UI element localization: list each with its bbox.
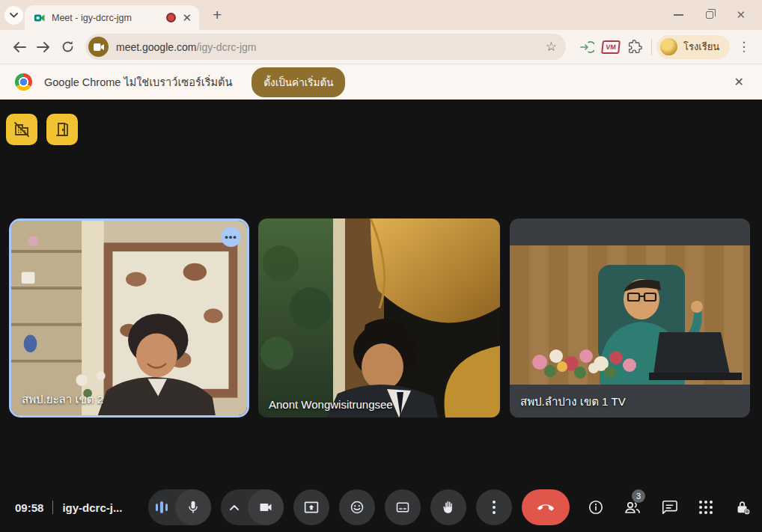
video-tile-2[interactable]: Anont Wongwisitrungsee: [258, 218, 500, 418]
address-bar[interactable]: meet.google.com/igy-dcrc-jgm ☆: [85, 34, 566, 60]
captions-button[interactable]: [385, 489, 421, 525]
tab-close-icon[interactable]: ✕: [182, 12, 192, 23]
vm-extension-icon: VM: [601, 40, 621, 54]
lock-icon: [734, 499, 751, 516]
meeting-room-door-icon: [53, 120, 71, 138]
participant-name-label: Anont Wongwisitrungsee: [269, 398, 393, 411]
activities-button[interactable]: [697, 498, 715, 516]
camera-icon: [258, 500, 273, 515]
microphone-group: [148, 489, 211, 525]
meet-favicon-icon: [34, 12, 46, 24]
reload-button[interactable]: [55, 35, 79, 59]
raise-hand-button[interactable]: [430, 489, 466, 525]
reactions-button[interactable]: [339, 489, 375, 525]
tab-search-button[interactable]: [4, 6, 23, 25]
browser-menu-button[interactable]: ⋮: [730, 39, 758, 55]
camera-button[interactable]: [248, 489, 284, 525]
meet-stage: ••• สพป.ยะลา เขต 2: [0, 100, 762, 532]
info-divider: [52, 501, 53, 514]
infobar-message: Google Chrome ไม่ใช่เบราว์เซอร์เริ่มต้น: [44, 73, 232, 91]
extension-overlay-button-1[interactable]: [6, 114, 37, 145]
info-icon: [588, 499, 604, 516]
bookmark-star-icon[interactable]: ☆: [546, 39, 557, 55]
chrome-logo-icon: [15, 73, 32, 91]
infobar-close-icon[interactable]: ✕: [731, 72, 747, 92]
microphone-button[interactable]: [175, 489, 211, 525]
chat-icon: [661, 499, 677, 516]
reload-icon: [61, 40, 74, 53]
toolbar-divider: [651, 39, 652, 55]
meeting-panels: 3: [587, 498, 752, 516]
end-call-icon: [537, 499, 554, 516]
extensions-button[interactable]: [623, 35, 647, 59]
people-panel-button[interactable]: 3: [624, 498, 641, 516]
back-button[interactable]: [7, 35, 31, 59]
present-screen-icon: [304, 500, 319, 515]
video-tile-3[interactable]: สพป.ลำปาง เขต 1 TV: [510, 218, 750, 418]
raise-hand-icon: [441, 500, 456, 515]
camera-options-button[interactable]: [221, 505, 248, 510]
url-text[interactable]: meet.google.com/igy-dcrc-jgm: [116, 41, 538, 53]
end-call-button[interactable]: [522, 489, 570, 525]
forward-button[interactable]: [31, 35, 55, 59]
tab-recording-indicator-icon: [166, 13, 176, 22]
tab-title: Meet - igy-dcrc-jgm: [52, 13, 160, 23]
window-minimize-icon[interactable]: [674, 14, 683, 16]
browser-titlebar: Meet - igy-dcrc-jgm ✕ + ✕: [0, 0, 762, 30]
audio-level-icon: [148, 501, 175, 513]
puzzle-piece-icon: [628, 40, 642, 54]
host-controls-button[interactable]: [734, 498, 752, 516]
video-camera-icon: [94, 43, 104, 51]
video-feed-1: [11, 221, 247, 415]
profile-name: โรงเรียน: [683, 39, 719, 55]
video-feed-2: [258, 218, 500, 418]
camera-group: [221, 489, 284, 525]
tile-options-button[interactable]: •••: [221, 227, 241, 247]
meeting-info: 09:58 igy-dcrc-j...: [15, 501, 122, 514]
call-controls: [148, 489, 570, 525]
captions-icon: [395, 500, 410, 515]
url-path: /igy-dcrc-jgm: [196, 41, 256, 53]
microphone-icon: [186, 500, 201, 515]
apps-grid-icon: [698, 500, 713, 515]
video-tile-1[interactable]: ••• สพป.ยะลา เขต 2: [9, 218, 249, 418]
forward-arrow-icon: [37, 42, 50, 52]
video-feed-3: [510, 218, 750, 418]
participant-name-label: สพป.ลำปาง เขต 1 TV: [520, 393, 626, 411]
smiley-icon: [350, 500, 365, 515]
meet-site-chip[interactable]: [88, 37, 109, 57]
back-arrow-icon: [13, 42, 26, 52]
url-host: meet.google.com: [116, 41, 196, 53]
profile-chip[interactable]: โรงเรียน: [656, 35, 730, 59]
sign-in-arrow-icon: [579, 40, 594, 55]
clock-time: 09:58: [15, 501, 43, 514]
extension-overlay-button-2[interactable]: [46, 114, 78, 145]
more-options-button[interactable]: [476, 489, 512, 525]
more-vertical-icon: [493, 501, 496, 514]
window-restore-icon[interactable]: [706, 11, 713, 19]
active-tab[interactable]: Meet - igy-dcrc-jgm ✕: [25, 5, 199, 30]
chevron-up-icon: [230, 505, 239, 510]
set-default-button[interactable]: ตั้งเป็นค่าเริ่มต้น: [252, 67, 345, 97]
participant-name-label: สพป.ยะลา เขต 2: [22, 391, 103, 409]
profile-avatar: [660, 38, 677, 55]
chevron-down-icon: [10, 13, 18, 18]
new-tab-button[interactable]: +: [213, 7, 222, 22]
vm-extension-button[interactable]: VM: [599, 35, 623, 59]
participant-count-badge: 3: [632, 489, 645, 503]
domain-disabled-icon: [13, 120, 31, 138]
chat-panel-button[interactable]: [660, 498, 678, 516]
side-panel-button[interactable]: [575, 35, 599, 59]
present-screen-button[interactable]: [293, 489, 329, 525]
default-browser-infobar: Google Chrome ไม่ใช่เบราว์เซอร์เริ่มต้น …: [0, 64, 762, 100]
window-controls: ✕: [674, 0, 762, 30]
browser-toolbar: meet.google.com/igy-dcrc-jgm ☆ VM โรงเรี…: [0, 30, 762, 64]
meet-control-bar: 09:58 igy-dcrc-j...: [0, 483, 762, 532]
meeting-details-button[interactable]: [587, 498, 605, 516]
meeting-code: igy-dcrc-j...: [62, 501, 122, 514]
window-close-icon[interactable]: ✕: [736, 8, 746, 22]
